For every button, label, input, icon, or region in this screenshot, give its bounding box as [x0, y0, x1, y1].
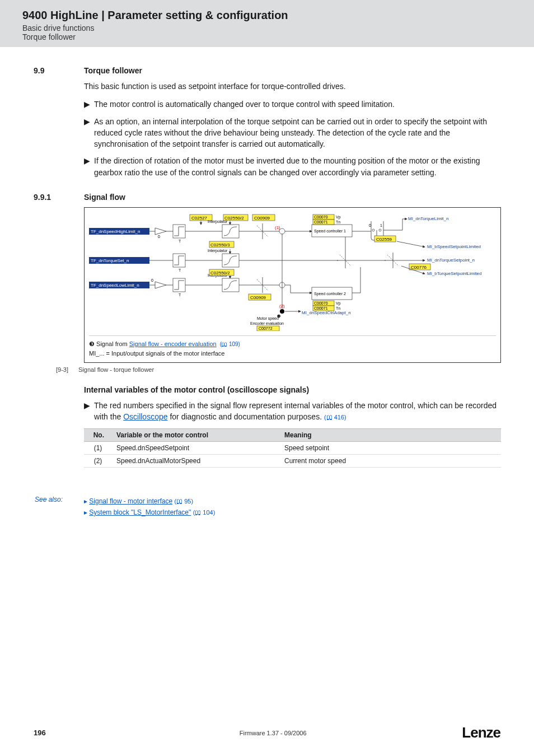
out-torqlim: MI_dnTorqueLimit_n [408, 216, 448, 221]
svg-text:T: T [179, 268, 181, 272]
osc-heading: Internal variables of the motor control … [84, 385, 500, 394]
bullet-2: ▶ As an option, an internal interpolatio… [84, 116, 500, 150]
limiter-mid [337, 253, 354, 268]
sig-in-hi: TF_dnSpeedHighLimit_n [91, 229, 140, 234]
svg-text:T: T [179, 239, 181, 243]
intro-text: This basic function is used as setpoint … [84, 81, 500, 92]
sig-in-tq: TF_dnTorqueSet_n [91, 258, 129, 263]
out-spdlim: MI_bSpeedSetpointLimited [427, 244, 481, 249]
code-c00772: C00772 [259, 326, 273, 330]
triangle-icon: ▸ [84, 497, 89, 505]
bullet-1: ▶ The motor control is automatically cha… [84, 99, 500, 110]
section-991: 9.9.1 Signal flow [34, 193, 500, 202]
code-c02550-2a: C02550/2 [224, 216, 244, 221]
table-header-row: No. Variable or the motor control Meanin… [84, 428, 501, 441]
code-c02527: C02527 [191, 216, 208, 221]
out-torqsetlim: MI_bTorqueSetpointLimited [427, 271, 481, 276]
page-number: 196 [34, 729, 84, 737]
code-c00070a: C00070 [314, 215, 328, 219]
bullet-text: If the direction of rotation of the moto… [94, 155, 500, 178]
code-c00909b: C00909 [250, 295, 266, 300]
section-heading: Signal flow [84, 193, 125, 202]
lbl-motorspeed: Motor speed [257, 316, 279, 321]
bullet-text: As an option, an internal interpolation … [94, 116, 500, 150]
sig-in-lo: TF_dnSpeedLowLimit_n [91, 283, 139, 288]
th-no: No. [84, 428, 112, 441]
lbl-vp2: Vp [336, 301, 341, 306]
variables-table: No. Variable or the motor control Meanin… [84, 428, 501, 468]
section-num: 9.9.1 [34, 193, 84, 202]
inverter-hi: 0 [155, 228, 166, 239]
section-num: 9.9 [34, 66, 84, 75]
out-spdadapt: MI_dnSpeedCtrlAdapt_n [302, 310, 351, 315]
figcap-text: Signal flow - torque follower [78, 366, 154, 373]
bullet-icon: ▶ [84, 155, 94, 178]
seealso-link-2[interactable]: System block "LS_MotorInterface" [89, 508, 191, 516]
figcap-num: [9-3] [56, 366, 68, 373]
svg-text:0: 0 [369, 223, 371, 227]
bullet-3: ▶ If the direction of rotation of the mo… [84, 155, 500, 178]
table-row: (2) Speed.dnActualMotorSpeed Current mot… [84, 454, 501, 467]
osc-bullet: ▶ The red numbers specified in the signa… [84, 400, 500, 423]
limiter-top [254, 223, 271, 239]
header-band: 9400 HighLine | Parameter setting & conf… [0, 0, 534, 47]
th-var: Variable or the motor control [112, 428, 280, 441]
seealso-body: ▸ Signal flow - motor interface (🕮 95) ▸… [84, 496, 215, 519]
code-c00070b: C00070 [314, 301, 328, 305]
see-also: See also: ▸ Signal flow - motor interfac… [34, 496, 500, 519]
svg-rect-16 [222, 254, 239, 267]
legend-prefix: ❸ Signal from [89, 340, 129, 347]
legend-mi: MI_... = Input/output signals of the mot… [89, 349, 496, 358]
seealso-pg-1: (🕮 95) [174, 498, 193, 505]
code-c02550-3: C02550/3 [210, 242, 230, 248]
doc-title: 9400 HighLine | Parameter setting & conf… [22, 9, 512, 22]
svg-point-70 [280, 309, 284, 314]
lbl-sc1: Speed controller 1 [314, 229, 346, 234]
doc-sub2: Torque follower [22, 32, 512, 41]
svg-text:T: T [179, 293, 181, 297]
bullet-text: The motor control is automatically chang… [94, 99, 500, 110]
bullet-icon: ▶ [84, 400, 94, 423]
inverter-lo: 0 [151, 278, 166, 288]
section-99: 9.9 Torque follower [34, 66, 500, 75]
osc-pg: (🕮 416) [324, 414, 346, 421]
signal-flow-diagram: TF_dnSpeedHighLimit_n TF_dnTorqueSet_n T… [84, 207, 501, 363]
svg-rect-14 [222, 225, 239, 238]
lenze-logo: Lenze [462, 724, 500, 741]
diagram-svg: TF_dnSpeedHighLimit_n TF_dnTorqueSet_n T… [89, 213, 495, 331]
lbl-encoder: Encoder evaluation [250, 321, 284, 325]
code-c02559: C02559 [376, 237, 392, 242]
lbl-sc2: Speed controller 2 [314, 292, 346, 296]
bullet-icon: ▶ [84, 99, 94, 110]
legend-link[interactable]: Signal flow - encoder evaluation [129, 340, 217, 347]
svg-point-42 [372, 229, 374, 231]
legend-page: (🕮 109) [220, 341, 240, 347]
code-c00909a: C00909 [254, 216, 270, 221]
limiter-bot [254, 277, 271, 293]
limiter-mid2 [385, 253, 401, 268]
page-footer: 196 Firmware 1.37 - 09/2006 Lenze [0, 724, 534, 741]
code-c00071a: C00071 [314, 220, 328, 224]
seealso-link-1[interactable]: Signal flow - motor interface [89, 497, 172, 505]
svg-line-79 [397, 241, 425, 247]
svg-text:0: 0 [158, 235, 160, 239]
osc-link[interactable]: Oscilloscope [123, 412, 167, 421]
bullet-icon: ▶ [84, 116, 94, 150]
content-area: 9.9 Torque follower This basic function … [0, 47, 534, 518]
rednum-1: (1) [275, 225, 280, 230]
lbl-tn2: Tn [336, 306, 340, 310]
osc-bullet-body: The red numbers specified in the signal … [94, 400, 500, 423]
seealso-pg-2: (🕮 104) [193, 509, 216, 516]
code-c00071b: C00071 [314, 306, 328, 310]
lbl-vp1: Vp [336, 215, 341, 220]
figure-caption: [9-3] Signal flow - torque follower [56, 366, 500, 373]
svg-point-43 [379, 229, 381, 231]
svg-text:0: 0 [151, 278, 153, 282]
doc-sub1: Basic drive functions [22, 24, 512, 32]
th-mean: Meaning [280, 428, 501, 441]
firmware-text: Firmware 1.37 - 09/2006 [84, 730, 462, 736]
out-torqset: MI_dnTorqueSetpoint_n [427, 258, 475, 263]
triangle-icon: ▸ [84, 508, 89, 516]
diagram-legend: ❸ Signal from Signal flow - encoder eval… [89, 335, 496, 358]
table-row: (1) Speed.dnSpeedSetpoint Speed setpoint [84, 441, 501, 454]
